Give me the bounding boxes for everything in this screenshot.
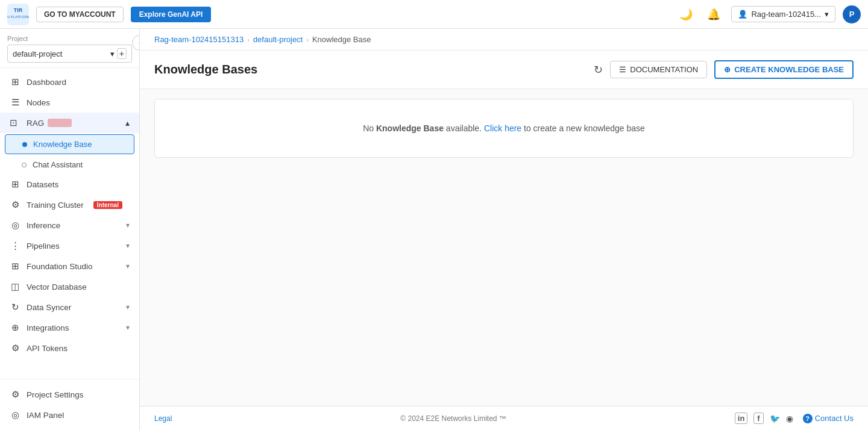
breadcrumb-sep-1: ›: [247, 36, 250, 43]
doc-icon: ☰: [619, 65, 626, 74]
sidebar-item-label: Dashboard: [27, 78, 66, 87]
sidebar-item-nodes[interactable]: ☰ Nodes: [0, 92, 139, 113]
iam-panel-icon: ◎: [10, 410, 20, 420]
dot-icon: [22, 163, 27, 167]
footer-copyright: © 2024 E2E Networks Limited ™: [172, 414, 734, 423]
documentation-button[interactable]: ☰ DOCUMENTATION: [610, 61, 707, 78]
sidebar-item-iam-panel[interactable]: ◎ IAM Panel: [0, 405, 139, 425]
sidebar-item-label: Chat Assistant: [33, 160, 83, 169]
empty-msg-post: to create a new knowledge base: [521, 123, 645, 133]
rag-label: RAG: [27, 119, 125, 128]
contact-us-link[interactable]: ? Contact Us: [803, 414, 854, 423]
footer-social: in f 🐦 ◉: [735, 413, 793, 424]
svg-text:TIR: TIR: [14, 7, 23, 13]
plus-circle-icon: ⊕: [724, 65, 731, 74]
chevron-down-icon: ▾: [126, 241, 130, 250]
logo-icon: TIR AI PLATFORM: [7, 4, 29, 25]
inference-icon: ◎: [10, 220, 20, 231]
dark-mode-icon[interactable]: 🌙: [679, 8, 693, 21]
sidebar-item-rag[interactable]: ⊡ RAG ▴: [0, 113, 139, 133]
footer: Legal © 2024 E2E Networks Limited ™ in f…: [140, 406, 868, 430]
sidebar-bottom: ⚙ Project Settings ◎ IAM Panel: [0, 379, 139, 430]
project-section: Project default-project ▾ +: [0, 29, 139, 68]
sidebar-item-label: Nodes: [27, 98, 50, 107]
avatar[interactable]: P: [843, 5, 861, 23]
dashboard-icon: ⊞: [10, 76, 20, 87]
api-tokens-icon: ⚙: [10, 343, 20, 354]
training-cluster-icon: ⚙: [10, 199, 20, 210]
sidebar-item-inference[interactable]: ◎ Inference ▾: [0, 215, 139, 235]
chevron-down-icon: ▾: [126, 262, 130, 270]
contact-us-label: Contact Us: [815, 414, 854, 423]
sidebar-item-training-cluster[interactable]: ⚙ Training Cluster Internal: [0, 195, 139, 215]
sidebar-item-foundation-studio[interactable]: ⊞ Foundation Studio ▾: [0, 256, 139, 276]
nodes-icon: ☰: [10, 97, 20, 108]
sidebar-item-label: Pipelines: [27, 241, 60, 251]
project-label: Project: [7, 35, 132, 42]
sidebar-item-label: Datasets: [27, 180, 58, 189]
breadcrumb: Rag-team-102415151313 › default-project …: [140, 29, 868, 51]
project-selector[interactable]: default-project ▾ +: [7, 45, 132, 63]
rag-chevron-icon: ▴: [125, 118, 130, 128]
sidebar-item-project-settings[interactable]: ⚙ Project Settings: [0, 384, 139, 405]
add-project-icon[interactable]: +: [117, 48, 127, 59]
team-selector[interactable]: 👤 Rag-team-102415... ▾: [731, 6, 835, 22]
create-kb-label: CREATE KNOWLEDGE BASE: [734, 65, 844, 74]
sidebar-nav: ⊞ Dashboard ☰ Nodes ⊡ RAG ▴ Knowledge Ba…: [0, 68, 139, 379]
chevron-down-icon: ▾: [126, 303, 130, 311]
svg-text:AI PLATFORM: AI PLATFORM: [7, 15, 29, 19]
sidebar-item-data-syncer[interactable]: ↻ Data Syncer ▾: [0, 297, 139, 317]
refresh-button[interactable]: ↻: [594, 63, 603, 76]
refresh-icon: ↻: [594, 63, 603, 76]
chevron-down-icon: ▾: [110, 49, 115, 58]
sidebar-item-label: Training Cluster: [27, 201, 84, 210]
navbar: TIR AI PLATFORM GO TO MYACCOUNT Explore …: [0, 0, 868, 29]
chevron-down-icon: ▾: [126, 221, 130, 229]
project-actions: ▾ +: [110, 48, 127, 59]
rag-icon: ⊡: [10, 117, 20, 128]
sidebar-item-label: Vector Database: [27, 282, 87, 291]
foundation-studio-icon: ⊞: [10, 261, 20, 272]
linkedin-icon[interactable]: in: [735, 413, 748, 424]
contact-help-icon: ?: [803, 414, 813, 423]
sidebar-item-pipelines[interactable]: ⋮ Pipelines ▾: [0, 235, 139, 256]
team-name: Rag-team-102415...: [751, 10, 821, 19]
sidebar-item-label: Data Syncer: [27, 303, 71, 312]
create-knowledge-base-button[interactable]: ⊕ CREATE KNOWLEDGE BASE: [714, 60, 854, 79]
empty-msg-bold: Knowledge Base: [376, 123, 444, 133]
sidebar-item-label: API Tokens: [27, 344, 68, 353]
explore-genai-api-button[interactable]: Explore GenAI API: [131, 7, 212, 22]
page-title: Knowledge Bases: [154, 63, 594, 76]
team-chevron-icon: ▾: [825, 10, 829, 19]
legal-link[interactable]: Legal: [154, 414, 172, 423]
main-layout: ‹ Project default-project ▾ + ⊞ Dashboar…: [0, 29, 868, 430]
internal-badge: Internal: [93, 201, 122, 209]
sidebar-item-chat-assistant[interactable]: Chat Assistant: [0, 155, 139, 174]
notifications-icon[interactable]: 🔔: [707, 8, 720, 21]
sidebar-item-api-tokens[interactable]: ⚙ API Tokens: [0, 338, 139, 358]
breadcrumb-project-link[interactable]: default-project: [253, 35, 303, 44]
breadcrumb-team-link[interactable]: Rag-team-102415151313: [154, 35, 244, 44]
project-name: default-project: [13, 49, 62, 58]
sidebar-item-label: Inference: [27, 221, 60, 230]
sidebar-item-vector-database[interactable]: ◫ Vector Database: [0, 276, 139, 297]
empty-state-box: No Knowledge Base available. Click here …: [154, 99, 854, 158]
empty-msg-pre: No: [363, 123, 376, 133]
twitter-icon[interactable]: 🐦: [770, 414, 780, 423]
go-to-myaccount-button[interactable]: GO TO MYACCOUNT: [36, 7, 124, 22]
rss-icon[interactable]: ◉: [786, 414, 793, 423]
empty-state-wrapper: No Knowledge Base available. Click here …: [140, 89, 868, 406]
logo: TIR AI PLATFORM: [7, 4, 29, 25]
sidebar-item-label: Project Settings: [27, 390, 84, 399]
data-syncer-icon: ↻: [10, 302, 20, 313]
sidebar-item-integrations[interactable]: ⊕ Integrations ▾: [0, 317, 139, 338]
sidebar-item-datasets[interactable]: ⊞ Datasets: [0, 174, 139, 195]
click-here-link[interactable]: Click here: [484, 123, 521, 133]
integrations-icon: ⊕: [10, 322, 20, 333]
facebook-icon[interactable]: f: [753, 413, 763, 424]
page-header: Knowledge Bases ↻ ☰ DOCUMENTATION ⊕ CREA…: [140, 51, 868, 89]
sidebar-item-label: Foundation Studio: [27, 262, 93, 271]
sidebar-item-dashboard[interactable]: ⊞ Dashboard: [0, 72, 139, 92]
sidebar-item-knowledge-base[interactable]: Knowledge Base: [5, 134, 134, 154]
documentation-label: DOCUMENTATION: [630, 65, 698, 74]
